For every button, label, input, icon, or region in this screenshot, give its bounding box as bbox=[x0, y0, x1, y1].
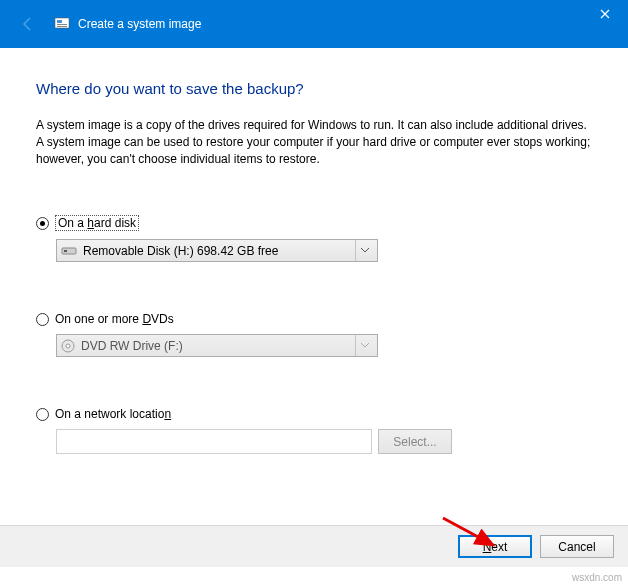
app-icon bbox=[54, 16, 70, 32]
network-path-input[interactable] bbox=[56, 429, 372, 454]
svg-rect-2 bbox=[57, 24, 67, 25]
window-title: Create a system image bbox=[78, 17, 201, 31]
harddisk-dropdown-text: Removable Disk (H:) 698.42 GB free bbox=[83, 244, 355, 258]
disk-icon bbox=[61, 245, 77, 257]
back-arrow-icon bbox=[20, 16, 36, 32]
content-area: Where do you want to save the backup? A … bbox=[0, 48, 628, 454]
radio-harddisk[interactable] bbox=[36, 217, 49, 230]
svg-rect-5 bbox=[64, 250, 67, 252]
harddisk-dropdown[interactable]: Removable Disk (H:) 698.42 GB free bbox=[56, 239, 378, 262]
dvd-icon bbox=[61, 339, 75, 353]
close-button[interactable] bbox=[582, 0, 628, 28]
select-button: Select... bbox=[378, 429, 452, 454]
svg-rect-3 bbox=[57, 26, 67, 27]
titlebar: Create a system image bbox=[0, 0, 628, 48]
radio-dvd[interactable] bbox=[36, 313, 49, 326]
dvd-dropdown-text: DVD RW Drive (F:) bbox=[81, 339, 355, 353]
option-dvd: On one or more DVDs DVD RW Drive (F:) bbox=[36, 312, 592, 357]
chevron-down-icon bbox=[355, 335, 373, 356]
page-heading: Where do you want to save the backup? bbox=[36, 80, 592, 97]
page-description: A system image is a copy of the drives r… bbox=[36, 117, 592, 167]
chevron-down-icon bbox=[355, 240, 373, 261]
radio-network-label[interactable]: On a network location bbox=[55, 407, 171, 421]
option-harddisk: On a hard disk Removable Disk (H:) 698.4… bbox=[36, 215, 592, 262]
radio-dvd-label[interactable]: On one or more DVDs bbox=[55, 312, 174, 326]
watermark: wsxdn.com bbox=[572, 572, 622, 583]
close-icon bbox=[600, 9, 610, 19]
cancel-button[interactable]: Cancel bbox=[540, 535, 614, 558]
svg-point-7 bbox=[66, 344, 70, 348]
radio-network[interactable] bbox=[36, 408, 49, 421]
svg-rect-1 bbox=[57, 20, 62, 23]
footer: Next Cancel bbox=[0, 525, 628, 567]
radio-harddisk-label[interactable]: On a hard disk bbox=[55, 215, 139, 231]
option-network: On a network location Select... bbox=[36, 407, 592, 454]
dvd-dropdown: DVD RW Drive (F:) bbox=[56, 334, 378, 357]
back-button bbox=[20, 16, 36, 32]
next-button[interactable]: Next bbox=[458, 535, 532, 558]
